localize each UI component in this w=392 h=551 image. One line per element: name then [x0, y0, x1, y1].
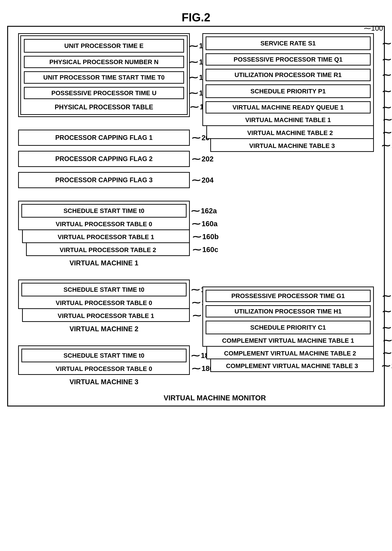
vm1-vpt0: VIRTUAL PROCESSOR TABLE 0 ⁓160a [21, 219, 187, 228]
monitor-label: VIRTUAL MACHINE MONITOR [164, 394, 266, 402]
possessive-processor-time-u: POSSESSIVE PROCESSOR TIME U ⁓118 [24, 87, 184, 99]
unit-processor-time-e: UNIT PROCESSOR TIME E ⁓112 [24, 39, 184, 53]
vm1-vpt1: VIRTUAL PROCESSOR TABLE 1 ⁓160b [25, 232, 187, 241]
vm-ready-queue-1: VIRTUAL MACHINE READY QUEUE 1 ⁓150 [206, 101, 371, 113]
utilization-processor-time-h1: UTILIZATION PROCESSOR TIME H1 ⁓214 [206, 305, 371, 317]
processor-capping-flag-3: PROCESSOR CAPPING FLAG 3 ⁓204 [18, 172, 190, 188]
vm1-caption: VIRTUAL MACHINE 1 [18, 259, 190, 267]
complement-vm-tables: PROSSESSIVE PROCESSOR TIME G1 ⁓212 UTILI… [202, 286, 374, 372]
utilization-processor-time-r1: UTILIZATION PROCESSOR TIME R1 ⁓126 [206, 69, 371, 81]
virtual-machine-tables: SERVICE RATE S1 ⁓122 POSSESSIVE PROCESSO… [202, 33, 374, 152]
vm2-vpt1: VIRTUAL PROCESSOR TABLE 1 ⁓170b [25, 311, 187, 320]
vm3-schedule-start: SCHEDULE START TIME t0 ⁓182a [21, 349, 187, 362]
service-rate-s1: SERVICE RATE S1 ⁓122 [206, 36, 371, 50]
capping-flags: PROCESSOR CAPPING FLAG 1 ⁓200 PROCESSOR … [18, 130, 190, 188]
complement-vm-table-2: COMPLEMENT VIRTUAL MACHINE TABLE 2 ⁓220 [209, 349, 371, 357]
outer-wrapper: ⁓100 VIRTUAL MACHINE MONITOR UNIT PROCES… [7, 26, 385, 406]
figure-title: FIG.2 [7, 11, 385, 24]
vm3-caption: VIRTUAL MACHINE 3 [18, 378, 190, 386]
vm2-schedule-start: SCHEDULE START TIME t0 ⁓172a [21, 283, 187, 296]
vm2-vpt0: VIRTUAL PROCESSOR TABLE 0 ⁓170a [21, 298, 187, 307]
vm3-vpt0: VIRTUAL PROCESSOR TABLE 0 ⁓180a [21, 364, 187, 373]
schedule-priority-c1: SCHEDULE PRIORITY C1 ⁓216 [206, 321, 371, 334]
unit-processor-time-start: UNIT PROCESSOR TIME START TIME T0 ⁓116 [24, 71, 184, 84]
virtual-machine-1: SCHEDULE START TIME t0 ⁓162a VIRTUAL PRO… [18, 201, 190, 267]
possessive-processor-time-q1: POSSESSIVE PROCESSOR TIME Q1 ⁓124 [206, 53, 371, 66]
left-column: UNIT PROCESSOR TIME E ⁓112 PHYSICAL PROC… [18, 33, 190, 386]
virtual-machine-2: SCHEDULE START TIME t0 ⁓172a VIRTUAL PRO… [18, 279, 190, 333]
complement-vm-table-3: COMPLEMENT VIRTUAL MACHINE TABLE 3 ⁓230 [213, 361, 371, 370]
vm-table-3: VIRTUAL MACHINE TABLE 3 ⁓140 [213, 141, 371, 150]
vm1-vpt2: VIRTUAL PROCESSOR TABLE 2 ⁓160c [28, 245, 187, 254]
right-column: SERVICE RATE S1 ⁓122 POSSESSIVE PROCESSO… [202, 33, 374, 372]
processor-capping-flag-1: PROCESSOR CAPPING FLAG 1 ⁓200 [18, 130, 190, 146]
virtual-machine-monitor: VIRTUAL MACHINE MONITOR UNIT PROCESSOR T… [7, 26, 385, 406]
physical-processor-table-title: PHYSICAL PROCESSOR TABLE ⁓110 [24, 102, 184, 111]
vm1-schedule-start: SCHEDULE START TIME t0 ⁓162a [21, 204, 187, 218]
physical-processor-table: UNIT PROCESSOR TIME E ⁓112 PHYSICAL PROC… [18, 33, 190, 117]
processor-capping-flag-2: PROCESSOR CAPPING FLAG 2 ⁓202 [18, 151, 190, 167]
vm-table-1: VIRTUAL MACHINE TABLE 1 ⁓120 [206, 115, 371, 124]
possessive-processor-time-g1: PROSSESSIVE PROCESSOR TIME G1 ⁓212 [206, 290, 371, 302]
complement-vm-table-1: COMPLEMENT VIRTUAL MACHINE TABLE 1 ⁓210 [206, 336, 371, 345]
vm-table-2: VIRTUAL MACHINE TABLE 2 ⁓130 [209, 128, 371, 137]
virtual-machine-3: SCHEDULE START TIME t0 ⁓182a VIRTUAL PRO… [18, 345, 190, 386]
schedule-priority-p1: SCHEDULE PRIORITY P1 ⁓128 [206, 84, 371, 98]
vm2-caption: VIRTUAL MACHINE 2 [18, 325, 190, 333]
physical-processor-number-n: PHYSICAL PROCESSOR NUMBER N ⁓114 [24, 56, 184, 68]
